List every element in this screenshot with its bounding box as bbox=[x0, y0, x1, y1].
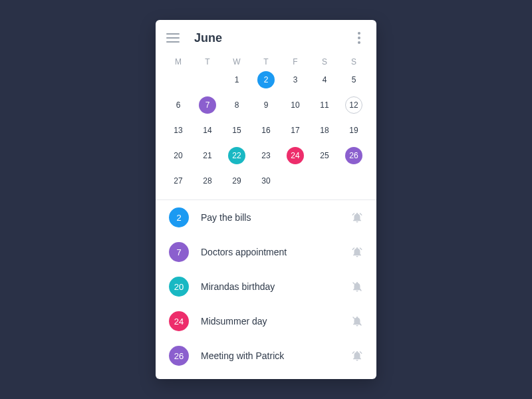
day-15[interactable]: 15 bbox=[228, 122, 245, 139]
day-cell: 30 bbox=[251, 170, 281, 192]
day-cell: 27 bbox=[164, 170, 193, 192]
day-cell: 20 bbox=[164, 145, 193, 166]
day-cell: 5 bbox=[339, 69, 368, 90]
event-row[interactable]: 26Meeting with Patrick bbox=[156, 338, 376, 373]
bell-on-icon[interactable] bbox=[351, 246, 363, 258]
day-cell: 11 bbox=[310, 94, 339, 116]
day-17[interactable]: 17 bbox=[287, 122, 304, 139]
bell-off-icon[interactable] bbox=[351, 315, 363, 327]
event-title: Pay the bills bbox=[201, 212, 351, 223]
event-day-badge: 20 bbox=[169, 277, 189, 297]
day-4[interactable]: 4 bbox=[316, 71, 333, 88]
day-cell: 3 bbox=[281, 69, 310, 90]
day-cell: 18 bbox=[310, 120, 339, 141]
event-day-badge: 26 bbox=[169, 346, 189, 366]
event-list: 2Pay the bills7Doctors appointment20Mira… bbox=[156, 200, 376, 379]
day-cell: 15 bbox=[222, 120, 251, 141]
day-27[interactable]: 27 bbox=[170, 172, 187, 190]
calendar-card: June MTWTFSS 123456789101112131415161718… bbox=[156, 20, 376, 379]
weekday-label: T bbox=[251, 57, 281, 66]
day-cell: 17 bbox=[281, 120, 310, 141]
menu-icon[interactable] bbox=[166, 33, 180, 43]
day-cell: 1 bbox=[222, 69, 251, 90]
day-16[interactable]: 16 bbox=[257, 122, 275, 139]
event-row[interactable]: 2Pay the bills bbox=[156, 200, 376, 235]
event-row[interactable]: 24Midsummer day bbox=[156, 304, 376, 338]
day-cell: 25 bbox=[310, 145, 339, 166]
day-29[interactable]: 29 bbox=[228, 172, 245, 190]
day-cell: 8 bbox=[222, 94, 251, 116]
day-cell: 4 bbox=[310, 69, 339, 90]
day-cell: 19 bbox=[339, 120, 368, 141]
weekday-label: T bbox=[193, 57, 222, 66]
weekday-label: S bbox=[310, 57, 339, 66]
weekday-row: MTWTFSS bbox=[156, 52, 376, 69]
day-cell: 21 bbox=[193, 145, 222, 166]
day-28[interactable]: 28 bbox=[199, 172, 216, 190]
day-cell: 13 bbox=[164, 120, 193, 141]
day-cell: 2 bbox=[251, 69, 281, 90]
day-cell: 22 bbox=[222, 145, 251, 166]
day-20[interactable]: 20 bbox=[170, 147, 187, 164]
bell-on-icon[interactable] bbox=[351, 350, 363, 362]
day-5[interactable]: 5 bbox=[345, 71, 362, 88]
day-21[interactable]: 21 bbox=[199, 147, 216, 164]
day-23[interactable]: 23 bbox=[257, 147, 275, 164]
event-row[interactable]: 20Mirandas birthday bbox=[156, 269, 376, 304]
day-26[interactable]: 26 bbox=[345, 147, 362, 164]
day-14[interactable]: 14 bbox=[199, 122, 216, 139]
empty-cell bbox=[164, 69, 193, 90]
day-cell: 14 bbox=[193, 120, 222, 141]
day-3[interactable]: 3 bbox=[287, 71, 304, 88]
page-title: June bbox=[194, 31, 352, 45]
calendar-grid: 1234567891011121314151617181920212223242… bbox=[156, 69, 376, 200]
day-cell: 29 bbox=[222, 170, 251, 192]
day-cell: 26 bbox=[339, 145, 368, 166]
day-18[interactable]: 18 bbox=[316, 122, 333, 139]
event-title: Midsummer day bbox=[201, 316, 351, 327]
day-cell: 23 bbox=[251, 145, 281, 166]
day-19[interactable]: 19 bbox=[345, 122, 362, 139]
weekday-label: F bbox=[281, 57, 310, 66]
day-1[interactable]: 1 bbox=[228, 71, 245, 88]
event-title: Doctors appointment bbox=[201, 247, 351, 257]
day-cell: 28 bbox=[193, 170, 222, 192]
day-cell: 6 bbox=[164, 94, 193, 116]
day-cell: 24 bbox=[281, 145, 310, 166]
event-day-badge: 7 bbox=[169, 242, 189, 262]
day-6[interactable]: 6 bbox=[170, 96, 187, 114]
day-cell: 16 bbox=[251, 120, 281, 141]
day-7[interactable]: 7 bbox=[199, 96, 216, 114]
event-day-badge: 2 bbox=[169, 207, 189, 227]
day-12[interactable]: 12 bbox=[345, 96, 362, 114]
day-24[interactable]: 24 bbox=[287, 147, 304, 164]
bell-off-icon[interactable] bbox=[351, 281, 363, 293]
weekday-label: S bbox=[339, 57, 368, 66]
day-cell: 7 bbox=[193, 94, 222, 116]
day-2[interactable]: 2 bbox=[257, 71, 275, 88]
day-cell: 9 bbox=[251, 94, 281, 116]
day-cell: 12 bbox=[339, 94, 368, 116]
day-25[interactable]: 25 bbox=[316, 147, 333, 164]
event-title: Meeting with Patrick bbox=[201, 350, 351, 361]
day-cell: 10 bbox=[281, 94, 310, 116]
day-8[interactable]: 8 bbox=[228, 96, 245, 114]
weekday-label: W bbox=[222, 57, 251, 66]
day-13[interactable]: 13 bbox=[170, 122, 187, 139]
day-10[interactable]: 10 bbox=[287, 96, 304, 114]
day-9[interactable]: 9 bbox=[257, 96, 275, 114]
header: June bbox=[156, 20, 376, 52]
day-22[interactable]: 22 bbox=[228, 147, 245, 164]
day-11[interactable]: 11 bbox=[316, 96, 333, 114]
event-day-badge: 24 bbox=[169, 311, 189, 331]
weekday-label: M bbox=[164, 57, 193, 66]
bell-on-icon[interactable] bbox=[351, 211, 363, 223]
event-title: Mirandas birthday bbox=[201, 281, 351, 292]
more-icon[interactable] bbox=[352, 29, 366, 47]
day-30[interactable]: 30 bbox=[257, 172, 275, 190]
event-row[interactable]: 7Doctors appointment bbox=[156, 235, 376, 269]
empty-cell bbox=[193, 69, 222, 90]
